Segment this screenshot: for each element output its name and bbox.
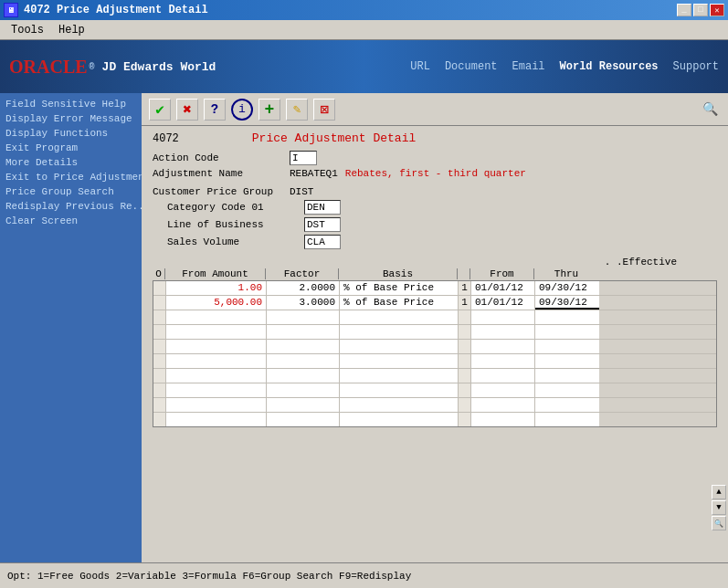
scroll-down-button[interactable]: ▼ <box>712 500 726 515</box>
table-row <box>153 383 716 398</box>
app-number: 4072 <box>153 132 179 145</box>
check-button[interactable]: ✔ <box>149 99 171 121</box>
effective-header-row: . .Effective <box>153 257 713 268</box>
col-from-header: From <box>470 268 534 279</box>
scroll-up-button[interactable]: ▲ <box>712 485 726 499</box>
titlebar-controls: _ □ ✕ <box>677 4 724 16</box>
sidebar-item-more-details[interactable]: More Details <box>0 155 142 170</box>
adjustment-name-value: REBATEQ1 <box>290 168 338 179</box>
cancel-button[interactable]: ✖ <box>176 99 198 121</box>
sidebar-item-display-error-message[interactable]: Display Error Message <box>0 111 142 126</box>
sidebar-item-clear-screen[interactable]: Clear Screen <box>0 214 142 228</box>
factor-cell[interactable]: 2.0000 <box>267 281 340 295</box>
content: ✔ ✖ ? i + ✎ ⊠ 🔍 4072 Price Adjustment De… <box>142 93 728 562</box>
eff-thru-cell-active[interactable]: 09/30/12 <box>535 296 599 310</box>
sales-volume-label: Sales Volume <box>167 236 304 247</box>
close-button[interactable]: ✕ <box>710 4 724 16</box>
nav-document[interactable]: Document <box>445 60 498 73</box>
line-of-business-input[interactable] <box>304 217 341 232</box>
titlebar: 🖥 4072 Price Adjustment Detail _ □ ✕ <box>0 0 728 20</box>
menubar: Tools Help <box>0 20 728 40</box>
form-content: 4072 Price Adjustment Detail Action Code… <box>142 126 728 433</box>
basis-code-cell[interactable]: 1 <box>459 296 471 310</box>
from-amount-cell[interactable]: 5,000.00 <box>166 296 267 310</box>
col-factor-header: Factor <box>266 268 339 279</box>
table-row <box>153 354 716 369</box>
scroll-search-button[interactable]: 🔍 <box>712 516 726 530</box>
eff-from-cell[interactable]: 01/01/12 <box>471 281 535 295</box>
action-code-input[interactable] <box>290 151 317 165</box>
basis-cell: % of Base Price <box>340 281 459 295</box>
header-nav: URL Document Email World Resources Suppo… <box>410 60 719 73</box>
line-of-business-label: Line of Business <box>167 219 304 230</box>
customer-price-group-row: Customer Price Group DIST <box>153 186 717 197</box>
col-o-header: O <box>153 268 165 279</box>
basis-code-cell[interactable]: 1 <box>459 281 471 295</box>
app-icon: 🖥 <box>4 3 18 17</box>
sidebar-item-redisplay[interactable]: Redisplay Previous Re... <box>0 199 142 214</box>
sidebar-item-display-functions[interactable]: Display Functions <box>0 126 142 141</box>
table-row <box>153 310 716 325</box>
table-row <box>153 369 716 383</box>
sidebar: Field Sensitive Help Display Error Messa… <box>0 93 142 562</box>
from-amount-cell[interactable]: 1.00 <box>166 281 267 295</box>
scroll-buttons: ▲ ▼ 🔍 <box>712 485 726 530</box>
sales-volume-input[interactable] <box>304 235 341 249</box>
nav-email[interactable]: Email <box>512 60 545 73</box>
o-cell[interactable] <box>153 281 166 295</box>
col-basis-header: Basis <box>339 268 458 279</box>
o-cell[interactable] <box>153 296 166 310</box>
sidebar-item-field-sensitive-help[interactable]: Field Sensitive Help <box>0 97 142 111</box>
maximize-button[interactable]: □ <box>693 4 708 16</box>
customer-price-group-label: Customer Price Group <box>153 186 290 197</box>
category-code-row: Category Code 01 <box>167 200 717 215</box>
info-button[interactable]: i <box>231 99 253 121</box>
menu-tools[interactable]: Tools <box>4 22 51 38</box>
search-button[interactable]: 🔍 <box>699 99 721 121</box>
col-spacer <box>458 268 470 279</box>
eff-from-cell[interactable]: 01/01/12 <box>471 296 535 310</box>
main-container: Field Sensitive Help Display Error Messa… <box>0 93 728 562</box>
adjustment-name-label: Adjustment Name <box>153 168 290 179</box>
table-row <box>153 340 716 354</box>
action-code-label: Action Code <box>153 152 290 163</box>
nav-support[interactable]: Support <box>673 60 719 73</box>
toolbar: ✔ ✖ ? i + ✎ ⊠ 🔍 <box>142 93 728 126</box>
oracle-header: ORACLE ® JD Edwards World URL Document E… <box>0 40 728 93</box>
oracle-text: ORACLE <box>9 57 88 78</box>
factor-cell[interactable]: 3.0000 <box>267 296 340 310</box>
adjustment-name-desc: Rebates, first - third quarter <box>345 168 526 179</box>
table-row <box>153 398 716 413</box>
line-of-business-row: Line of Business <box>167 217 717 232</box>
basis-cell: % of Base Price <box>340 296 459 310</box>
statusbar: Opt: 1=Free Goods 2=Variable 3=Formula F… <box>0 562 728 588</box>
nav-world-resources[interactable]: World Resources <box>560 60 659 73</box>
table-row: 1.00 2.0000 % of Base Price 1 01/01/12 0… <box>153 281 716 296</box>
jde-text: JD Edwards World <box>102 60 216 74</box>
category-code-label: Category Code 01 <box>167 202 304 213</box>
customer-fields: Customer Price Group DIST Category Code … <box>153 186 717 249</box>
nav-url[interactable]: URL <box>410 60 430 73</box>
menu-help[interactable]: Help <box>51 22 92 38</box>
minimize-button[interactable]: _ <box>677 4 691 16</box>
edit-button[interactable]: ✎ <box>286 99 308 121</box>
form-title: Price Adjustment Detail <box>252 131 416 145</box>
grid-container: . .Effective O From Amount Factor Basis … <box>153 257 717 427</box>
eff-thru-cell[interactable]: 09/30/12 <box>535 281 599 295</box>
oracle-superscript: ® <box>90 62 95 72</box>
add-button[interactable]: + <box>258 99 280 121</box>
action-code-row: Action Code <box>153 151 717 165</box>
sidebar-item-price-group-search[interactable]: Price Group Search <box>0 184 142 199</box>
sales-volume-row: Sales Volume <box>167 235 717 249</box>
table-row <box>153 413 716 426</box>
status-text: Opt: 1=Free Goods 2=Variable 3=Formula F… <box>7 571 411 582</box>
delete-button[interactable]: ⊠ <box>313 99 335 121</box>
table-row: 5,000.00 3.0000 % of Base Price 1 01/01/… <box>153 296 716 310</box>
titlebar-title: 4072 Price Adjustment Detail <box>24 4 208 16</box>
sidebar-item-exit-program[interactable]: Exit Program <box>0 141 142 155</box>
adjustment-name-row: Adjustment Name REBATEQ1 Rebates, first … <box>153 168 717 179</box>
sidebar-item-exit-price-adjustment[interactable]: Exit to Price Adjustment <box>0 170 142 184</box>
category-code-input[interactable] <box>304 200 341 215</box>
help-button[interactable]: ? <box>204 99 226 121</box>
grid-body: 1.00 2.0000 % of Base Price 1 01/01/12 0… <box>153 281 717 427</box>
